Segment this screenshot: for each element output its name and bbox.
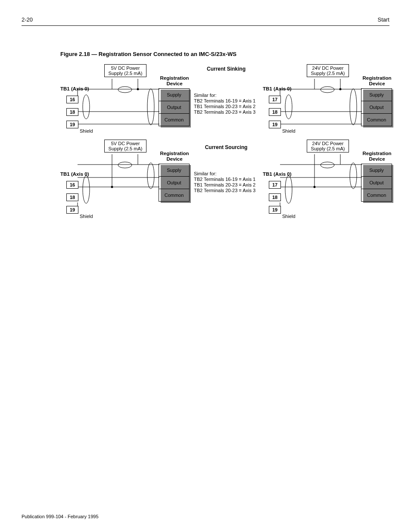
terminal-19: 19	[66, 206, 78, 214]
terminal-17: 17	[269, 96, 281, 103]
svg-point-45	[321, 162, 334, 168]
svg-point-35	[147, 163, 154, 189]
wiring-diagrams: 5V DC Power Supply (2.5 mA) TB1 (Axis 0)…	[60, 62, 392, 235]
svg-point-44	[285, 176, 292, 203]
svg-point-13	[147, 89, 154, 125]
diagram-24v-sinking: 24V DC Power Supply (2.5 mA) TB1 (Axis 0…	[263, 62, 392, 144]
figure-caption: Figure 2.18 — Registration Sensor Connec…	[60, 51, 389, 57]
tb1-label: TB1 (Axis 0)	[60, 171, 89, 177]
terminal-18: 18	[66, 108, 78, 116]
diagram-5v-sourcing: 5V DC Power Supply (2.5 mA) TB1 (Axis 0)…	[60, 138, 190, 220]
terminal-17: 17	[269, 181, 281, 189]
reg-device-label: Registration Device	[362, 151, 392, 162]
diagram-5v-sinking: 5V DC Power Supply (2.5 mA) TB1 (Axis 0)…	[60, 62, 190, 144]
power-supply-5v: 5V DC Power Supply (2.5 mA)	[104, 140, 146, 152]
tb1-label: TB1 (Axis 0)	[60, 86, 89, 91]
svg-point-34	[118, 162, 132, 168]
svg-point-11	[83, 95, 90, 119]
svg-point-46	[350, 163, 357, 189]
svg-point-24	[350, 89, 357, 125]
terminal-16: 16	[66, 181, 78, 189]
terminal-19: 19	[269, 206, 281, 214]
reg-device-label: Registration Device	[159, 151, 190, 162]
shield-label: Shield	[282, 214, 296, 219]
reg-device-box: Supply Output Common	[361, 88, 392, 126]
power-supply-5v: 5V DC Power Supply (2.5 mA)	[104, 64, 146, 77]
terminal-16: 16	[66, 96, 78, 103]
sink-heading: Current Sinking	[194, 66, 258, 72]
svg-point-22	[285, 95, 292, 119]
reg-device-box: Supply Output Common	[159, 88, 190, 126]
chapter-name: Start	[378, 16, 389, 23]
terminal-18: 18	[269, 108, 281, 116]
shield-label: Shield	[80, 128, 93, 134]
power-supply-24v: 24V DC Power Supply (2.5 mA)	[307, 64, 349, 77]
terminal-19: 19	[269, 121, 281, 128]
header-rule	[22, 25, 389, 26]
tb1-label: TB1 (Axis 0)	[263, 171, 291, 177]
diagram-24v-sourcing: 24V DC Power Supply (2.5 mA) TB1 (Axis 0…	[263, 138, 392, 220]
center-text-sinking: Current Sinking Similar for: TB2 Termina…	[194, 66, 258, 115]
reg-device-box: Supply Output Common	[361, 164, 392, 202]
source-heading: Current Sourcing	[194, 144, 258, 150]
power-supply-24v: 24V DC Power Supply (2.5 mA)	[307, 140, 349, 152]
svg-point-23	[321, 87, 334, 93]
page-number: 2-20	[22, 16, 33, 23]
svg-point-12	[118, 87, 132, 93]
shield-label: Shield	[80, 214, 93, 219]
reg-device-label: Registration Device	[159, 75, 190, 86]
center-text-sourcing: Current Sourcing Similar for: TB2 Termin…	[194, 144, 258, 193]
reg-device-box: Supply Output Common	[159, 164, 190, 202]
svg-point-33	[83, 176, 90, 203]
terminal-18: 18	[66, 193, 78, 201]
reg-device-label: Registration Device	[362, 75, 392, 86]
tb1-label: TB1 (Axis 0)	[263, 86, 291, 91]
terminal-19: 19	[66, 121, 78, 128]
terminal-18: 18	[269, 193, 281, 201]
shield-label: Shield	[282, 128, 296, 134]
